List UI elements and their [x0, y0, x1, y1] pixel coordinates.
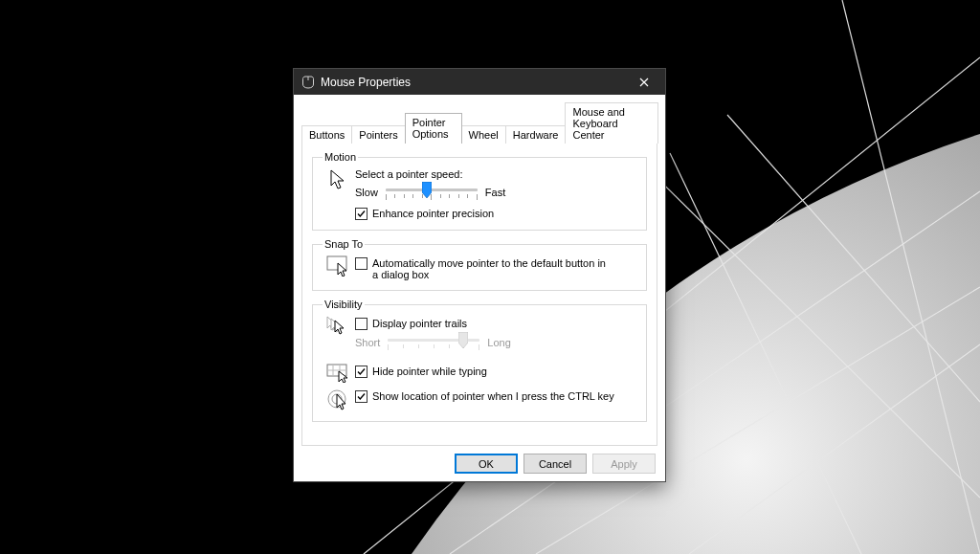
cancel-button[interactable]: Cancel: [523, 454, 587, 474]
snap-to-icon: [323, 255, 355, 277]
window-title: Mouse Properties: [321, 76, 625, 89]
enhance-precision-label: Enhance pointer precision: [372, 208, 494, 219]
show-location-ctrl-label: Show location of pointer when I press th…: [372, 390, 614, 402]
mouse-icon: [301, 76, 315, 89]
speed-fast-label: Fast: [485, 187, 505, 198]
speed-slow-label: Slow: [355, 187, 378, 198]
mouse-properties-dialog: Mouse Properties Buttons Pointers Pointe…: [293, 68, 666, 482]
select-pointer-speed-label: Select a pointer speed:: [355, 168, 636, 180]
pointer-speed-slider[interactable]: [386, 183, 478, 202]
hide-pointer-typing-label: Hide pointer while typing: [372, 366, 487, 377]
dialog-button-row: OK Cancel Apply: [301, 446, 657, 474]
trails-short-label: Short: [355, 337, 380, 348]
motion-cursor-icon: [323, 168, 355, 193]
group-snap-to-legend: Snap To: [323, 238, 365, 250]
tab-strip: Buttons Pointers Pointer Options Wheel H…: [301, 101, 657, 143]
show-location-ctrl-checkbox[interactable]: [355, 390, 368, 403]
tab-pointer-options[interactable]: Pointer Options: [405, 113, 462, 144]
enhance-precision-checkbox[interactable]: [355, 208, 368, 220]
tab-panel-pointer-options: Motion Select a pointer speed: Slow: [301, 143, 657, 446]
tab-hardware[interactable]: Hardware: [505, 125, 567, 144]
pointer-trails-thumb: [458, 332, 468, 348]
close-button[interactable]: [625, 69, 663, 95]
group-motion: Motion Select a pointer speed: Slow: [312, 151, 647, 231]
pointer-speed-thumb[interactable]: [422, 182, 432, 198]
auto-move-pointer-checkbox[interactable]: [355, 257, 368, 270]
auto-move-pointer-label: Automatically move pointer to the defaul…: [372, 257, 612, 280]
dialog-client-area: Buttons Pointers Pointer Options Wheel H…: [294, 95, 665, 481]
ok-button[interactable]: OK: [455, 454, 518, 474]
titlebar[interactable]: Mouse Properties: [294, 69, 665, 95]
group-motion-legend: Motion: [323, 151, 358, 163]
display-pointer-trails-checkbox[interactable]: [355, 318, 368, 330]
trails-long-label: Long: [487, 337, 510, 348]
tab-mouse-keyboard-center[interactable]: Mouse and Keyboard Center: [565, 102, 658, 144]
hide-while-typing-icon: [323, 364, 355, 383]
group-visibility-legend: Visibility: [323, 299, 365, 310]
apply-button: Apply: [592, 454, 656, 474]
desktop: Mouse Properties Buttons Pointers Pointe…: [0, 0, 980, 554]
tab-wheel[interactable]: Wheel: [461, 125, 506, 144]
tab-pointers[interactable]: Pointers: [351, 125, 405, 144]
tab-buttons[interactable]: Buttons: [301, 125, 352, 144]
group-snap-to: Snap To Automatically move pointer to: [312, 238, 647, 291]
group-visibility: Visibility: [312, 299, 647, 422]
hide-pointer-typing-checkbox[interactable]: [355, 366, 368, 378]
display-pointer-trails-label: Display pointer trails: [372, 318, 467, 329]
pointer-trails-icon: [323, 316, 355, 337]
ctrl-locate-icon: [323, 388, 355, 411]
pointer-trails-slider: [388, 333, 479, 352]
